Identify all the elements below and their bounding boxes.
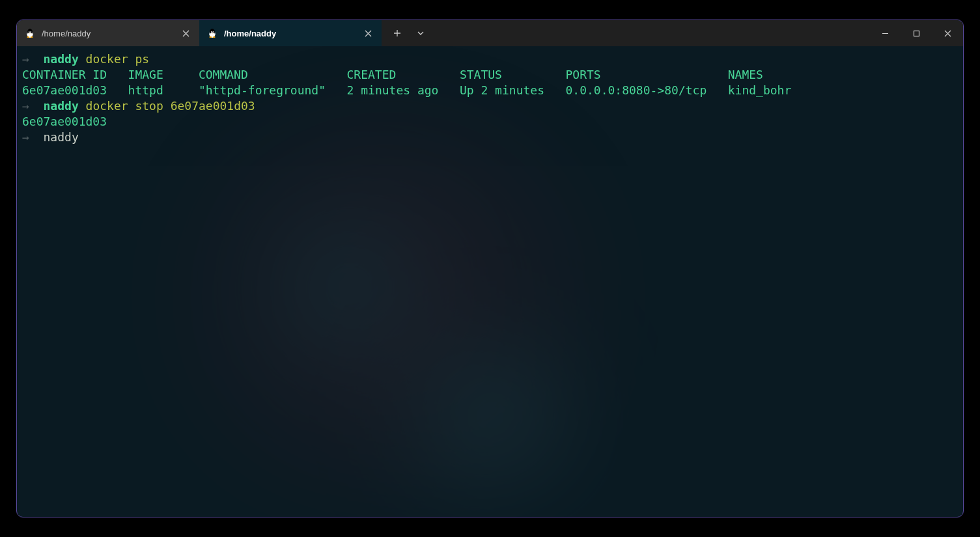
cmd-arg: 6e07ae001d03 bbox=[171, 99, 255, 113]
row-status: Up 2 minutes bbox=[460, 83, 544, 97]
close-icon bbox=[182, 30, 189, 37]
hdr-command: COMMAND bbox=[199, 68, 248, 81]
minimize-icon bbox=[882, 30, 889, 37]
close-window-button[interactable] bbox=[932, 20, 963, 46]
row-ports: 0.0.0.0:8080->80/tcp bbox=[566, 83, 707, 97]
prompt-dir: naddy bbox=[44, 52, 79, 66]
tab-1[interactable]: /home/naddy bbox=[17, 20, 199, 46]
row-image: httpd bbox=[128, 83, 163, 97]
terminal-content: → naddy docker psCONTAINER ID IMAGE COMM… bbox=[22, 51, 958, 145]
cmd-docker: docker bbox=[86, 52, 128, 66]
row-command: "httpd-foreground" bbox=[199, 83, 326, 97]
tab-2-close[interactable] bbox=[362, 27, 374, 39]
terminal-window: /home/naddy /home/naddy bbox=[16, 20, 964, 517]
row-container-id: 6e07ae001d03 bbox=[22, 83, 107, 97]
cmd-docker2: docker bbox=[86, 99, 128, 113]
tab-2-title: /home/naddy bbox=[224, 29, 356, 38]
tux-icon bbox=[25, 28, 35, 38]
cmd-ps: ps bbox=[135, 52, 149, 66]
tab-1-close[interactable] bbox=[180, 27, 191, 39]
plus-icon bbox=[393, 29, 401, 37]
maximize-button[interactable] bbox=[901, 20, 932, 46]
tabbar-actions bbox=[382, 20, 431, 46]
hdr-status: STATUS bbox=[460, 68, 502, 81]
prompt-line-1: → naddy docker ps bbox=[22, 51, 958, 67]
hdr-ports: PORTS bbox=[566, 68, 601, 81]
svg-point-5 bbox=[29, 32, 29, 33]
stop-output: 6e07ae001d03 bbox=[22, 114, 958, 130]
row-created: 2 minutes ago bbox=[347, 83, 439, 97]
prompt-arrow: → bbox=[22, 99, 29, 113]
tux-icon bbox=[207, 28, 217, 38]
close-icon bbox=[944, 30, 951, 37]
maximize-icon bbox=[913, 30, 920, 37]
prompt-dir: naddy bbox=[44, 130, 79, 144]
prompt-arrow: → bbox=[22, 130, 29, 144]
hdr-container-id: CONTAINER ID bbox=[22, 68, 107, 81]
tab-strip: /home/naddy /home/naddy bbox=[17, 20, 382, 46]
svg-point-14 bbox=[211, 32, 212, 33]
prompt-line-3: → naddy bbox=[22, 130, 958, 145]
svg-point-16 bbox=[209, 36, 212, 38]
tab-dropdown-button[interactable] bbox=[410, 23, 431, 44]
tab-2[interactable]: /home/naddy bbox=[199, 20, 382, 46]
svg-point-8 bbox=[31, 36, 33, 38]
docker-ps-row: 6e07ae001d03 httpd "httpd-foreground" 2 … bbox=[22, 83, 958, 98]
cmd-stop: stop bbox=[135, 99, 163, 113]
tab-1-title: /home/naddy bbox=[42, 29, 173, 38]
svg-point-7 bbox=[27, 36, 29, 38]
hdr-image: IMAGE bbox=[128, 68, 163, 81]
svg-point-17 bbox=[213, 36, 216, 38]
docker-ps-header: CONTAINER ID IMAGE COMMAND CREATED STATU… bbox=[22, 67, 958, 83]
new-tab-button[interactable] bbox=[387, 23, 408, 44]
close-icon bbox=[365, 30, 372, 37]
prompt-dir: naddy bbox=[44, 99, 79, 113]
chevron-down-icon bbox=[417, 29, 425, 37]
svg-point-15 bbox=[213, 32, 214, 33]
svg-rect-18 bbox=[914, 31, 919, 36]
prompt-arrow: → bbox=[22, 52, 29, 66]
prompt-line-2: → naddy docker stop 6e07ae001d03 bbox=[22, 98, 958, 114]
svg-point-6 bbox=[31, 32, 31, 33]
terminal-area[interactable]: → naddy docker psCONTAINER ID IMAGE COMM… bbox=[17, 46, 963, 517]
hdr-names: NAMES bbox=[728, 68, 763, 81]
hdr-created: CREATED bbox=[347, 68, 397, 81]
titlebar: /home/naddy /home/naddy bbox=[17, 20, 963, 46]
window-controls bbox=[869, 20, 963, 46]
minimize-button[interactable] bbox=[869, 20, 901, 46]
row-names: kind_bohr bbox=[728, 83, 792, 97]
